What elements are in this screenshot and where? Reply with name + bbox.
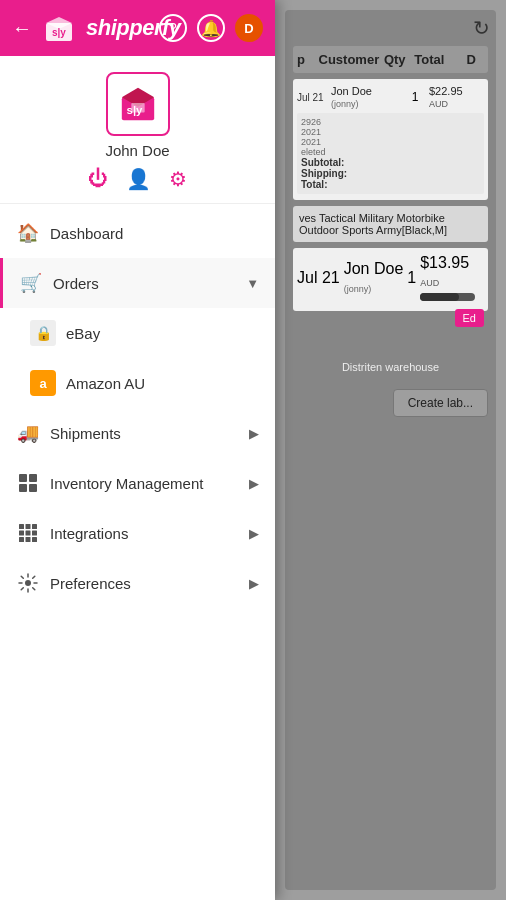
order1-id: 2926 [301,117,480,127]
integrations-icon [16,521,40,545]
orders-icon: 🛒 [19,271,43,295]
svg-rect-12 [26,524,31,529]
shipments-icon: 🚚 [16,421,40,445]
order1-customer: Jon Doe (jonny) [331,85,401,109]
col-p: p [297,52,315,67]
create-label-button[interactable]: Create lab... [393,389,488,417]
col-total: Total [414,52,462,67]
svg-rect-13 [32,524,37,529]
sidebar-item-dashboard[interactable]: 🏠 Dashboard [0,208,275,258]
svg-rect-8 [29,474,37,482]
svg-rect-9 [19,484,27,492]
warehouse-label: Distriten warehouse [293,361,488,373]
power-icon[interactable]: ⏻ [88,167,108,191]
svg-rect-10 [29,484,37,492]
bell-icon-button[interactable]: 🔔 [197,14,225,42]
sidebar-item-amazon-label: Amazon AU [66,375,145,392]
edit-button[interactable]: Ed [455,309,484,327]
main-content: ↻ p Customer Qty Total D Jul 21 Jon Doe … [275,0,506,900]
profile-actions: ⏻ 👤 ⚙ [88,167,187,191]
brand-logo-svg: s|y [114,84,162,124]
order1-total: $22.95 AUD [429,85,484,109]
col-customer: Customer [319,52,380,67]
preferences-arrow-icon: ▶ [249,576,259,591]
integrations-arrow-icon: ▶ [249,526,259,541]
profile-section: s|y John Doe ⏻ 👤 ⚙ [0,56,275,204]
svg-rect-15 [26,531,31,536]
order2-qty: 1 [407,269,416,287]
main-content-inner: ↻ p Customer Qty Total D Jul 21 Jon Doe … [285,10,496,890]
user-icon[interactable]: 👤 [126,167,151,191]
amazon-icon: a [30,370,56,396]
table-header: p Customer Qty Total D [293,46,488,73]
svg-rect-14 [19,531,24,536]
svg-rect-19 [32,537,37,542]
settings-gear-icon[interactable]: ⚙ [169,167,187,191]
order1-qty: 1 [405,90,425,104]
col-qty: Qty [384,52,410,67]
refresh-icon[interactable]: ↻ [473,16,490,40]
dashboard-icon: 🏠 [16,221,40,245]
sidebar-item-integrations[interactable]: Integrations ▶ [0,508,275,558]
help-icon-button[interactable]: ? [159,14,187,42]
total-label: Total: [301,179,327,190]
col-d: D [466,52,484,67]
shipping-label: Shipping: [301,168,347,179]
svg-rect-18 [26,537,31,542]
sidebar-item-inventory-label: Inventory Management [50,475,249,492]
sidebar-item-ebay[interactable]: 🔒 eBay [0,308,275,358]
sidebar-item-inventory[interactable]: Inventory Management ▶ [0,458,275,508]
order1-sub: 2926 2021 2021 eleted Subtotal: Shipping… [297,113,484,194]
subtotal-label: Subtotal: [301,157,344,168]
svg-rect-7 [19,474,27,482]
svg-rect-17 [19,537,24,542]
sidebar-item-amazon-au[interactable]: a Amazon AU [0,358,275,408]
sidebar-item-dashboard-label: Dashboard [50,225,259,242]
sidebar-item-orders[interactable]: 🛒 Orders ▼ [0,258,275,308]
progress-bar [420,293,475,301]
nav-list: 🏠 Dashboard 🛒 Orders ▼ 🔒 eBay a Amazon A… [0,204,275,900]
top-bar: ← s|y shipperfy [0,0,275,56]
preferences-icon [16,571,40,595]
order2-total: $13.95 AUD [420,254,475,301]
sidebar-item-preferences-label: Preferences [50,575,249,592]
logo-icon: s|y [40,13,78,43]
sidebar-item-ebay-label: eBay [66,325,100,342]
svg-text:s|y: s|y [126,104,143,116]
inventory-icon [16,471,40,495]
product-description: ves Tactical Military Motorbike Outdoor … [293,206,488,242]
profile-name: John Doe [105,142,169,159]
back-button[interactable]: ← [12,17,32,40]
sidebar-item-preferences[interactable]: Preferences ▶ [0,558,275,608]
profile-logo: s|y [106,72,170,136]
sidebar-item-shipments[interactable]: 🚚 Shipments ▶ [0,408,275,458]
avatar-button[interactable]: D [235,14,263,42]
svg-text:s|y: s|y [52,27,66,38]
svg-point-20 [25,580,31,586]
order-row-2: Jul 21 Jon Doe (jonny) 1 $13.95 AUD Ed [293,248,488,311]
svg-rect-16 [32,531,37,536]
inventory-arrow-icon: ▶ [249,476,259,491]
shipments-arrow-icon: ▶ [249,426,259,441]
sidebar-item-orders-label: Orders [53,275,246,292]
order-row-1: Jul 21 Jon Doe (jonny) 1 $22.95 AUD 2926… [293,79,488,200]
sidebar-item-integrations-label: Integrations [50,525,249,542]
order2-date: Jul 21 [297,269,340,287]
order2-customer: Jon Doe (jonny) [344,260,404,296]
svg-rect-11 [19,524,24,529]
orders-arrow-icon: ▼ [246,276,259,291]
sidebar-item-shipments-label: Shipments [50,425,249,442]
sidebar: ← s|y shipperfy ? 🔔 D s|y John Doe ⏻ [0,0,275,900]
ebay-lock-icon: 🔒 [30,320,56,346]
order1-date: Jul 21 [297,92,327,103]
